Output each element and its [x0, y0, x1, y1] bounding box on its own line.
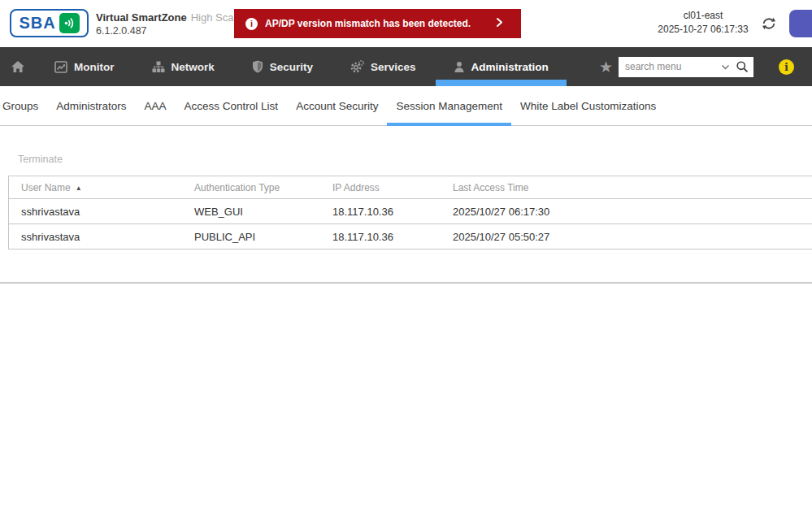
cell-authentication-type: PUBLIC_API: [194, 224, 332, 249]
nav-item-label: Security: [270, 61, 313, 73]
column-header-last-access-time[interactable]: Last Access Time: [453, 176, 812, 199]
cell-authentication-type: WEB_GUI: [194, 199, 332, 224]
tab-session-management[interactable]: Session Management: [387, 86, 511, 125]
alert-info-icon: i: [245, 18, 258, 30]
refresh-icon[interactable]: [761, 15, 777, 32]
nav-item-label: Monitor: [74, 61, 115, 73]
cell-last-access-time: 2025/10/27 06:17:30: [453, 199, 812, 224]
brand-logo-text: SBA: [19, 14, 55, 33]
profile-button[interactable]: [789, 10, 812, 37]
home-icon[interactable]: [11, 60, 25, 73]
active-nav-indicator: [436, 80, 567, 86]
shield-icon: [252, 60, 263, 73]
tab-groups[interactable]: Groups: [2, 86, 47, 125]
menu-search-box: [619, 57, 753, 77]
table-row[interactable]: sshrivastava WEB_GUI 18.117.10.36 2025/1…: [9, 199, 812, 224]
nav-item-administration[interactable]: Administration: [454, 47, 549, 86]
nav-item-network[interactable]: Network: [152, 47, 215, 86]
brand-logo: SBA: [10, 9, 89, 37]
chevron-down-icon[interactable]: [721, 64, 730, 70]
nav-item-security[interactable]: Security: [252, 47, 313, 86]
sessions-table: User Name▲ Authentication Type IP Addres…: [8, 176, 812, 249]
tab-administrators[interactable]: Administrators: [47, 86, 135, 125]
cluster-timestamp: 2025-10-27 06:17:33: [646, 23, 760, 37]
table-header-row: User Name▲ Authentication Type IP Addres…: [9, 176, 812, 199]
table-row[interactable]: sshrivastava PUBLIC_API 18.117.10.36 202…: [9, 224, 812, 249]
cell-user-name: sshrivastava: [9, 224, 194, 249]
top-header: SBA Virtual SmartZoneHigh Scale 6.1.2.0.…: [0, 0, 812, 47]
product-version: 6.1.2.0.487: [96, 24, 242, 38]
main-navigation: Monitor Network Security: [0, 47, 812, 86]
person-icon: [454, 61, 465, 73]
nav-item-monitor[interactable]: Monitor: [54, 47, 115, 86]
alert-banner[interactable]: i AP/DP version mismatch has been detect…: [234, 9, 521, 38]
nav-item-services[interactable]: Services: [350, 47, 416, 86]
administration-tabs: Groups Administrators AAA Access Control…: [0, 86, 812, 126]
nav-item-label: Administration: [471, 61, 549, 73]
tab-account-security[interactable]: Account Security: [287, 86, 387, 125]
product-name: Virtual SmartZone: [96, 11, 187, 24]
terminate-button[interactable]: Terminate: [18, 154, 63, 165]
column-header-user-name[interactable]: User Name▲: [9, 176, 194, 199]
column-header-authentication-type[interactable]: Authentication Type: [194, 176, 332, 199]
wifi-signal-icon: [59, 13, 80, 33]
tab-access-control-list[interactable]: Access Control List: [176, 86, 288, 125]
search-icon[interactable]: [736, 60, 749, 73]
favorites-star-icon[interactable]: ★: [599, 58, 613, 76]
cluster-name: cl01-east: [646, 9, 760, 23]
cluster-info: cl01-east 2025-10-27 06:17:33: [646, 9, 760, 37]
nav-item-label: Services: [371, 61, 416, 73]
tab-aaa[interactable]: AAA: [136, 86, 176, 125]
tab-white-label-customizations[interactable]: White Label Customizations: [511, 86, 665, 125]
cell-ip-address: 18.117.10.36: [332, 199, 453, 224]
chevron-right-icon[interactable]: [496, 16, 503, 31]
info-icon[interactable]: i: [779, 59, 794, 75]
session-management-panel: Terminate User Name▲ Authentication Type…: [0, 154, 812, 284]
product-info: Virtual SmartZoneHigh Scale 6.1.2.0.487: [96, 10, 242, 38]
search-input[interactable]: [625, 61, 719, 72]
panel-bottom-divider: [0, 282, 812, 284]
column-header-ip-address[interactable]: IP Address: [332, 176, 453, 199]
nav-item-label: Network: [172, 61, 215, 73]
chart-icon: [54, 61, 67, 73]
cell-user-name: sshrivastava: [9, 199, 194, 224]
cell-ip-address: 18.117.10.36: [332, 224, 453, 249]
gears-icon: [350, 60, 364, 73]
alert-message: AP/DP version mismatch has been detected…: [265, 18, 471, 29]
sitemap-icon: [152, 61, 165, 73]
sort-ascending-icon[interactable]: ▲: [76, 184, 82, 192]
cell-last-access-time: 2025/10/27 05:50:27: [453, 224, 812, 249]
